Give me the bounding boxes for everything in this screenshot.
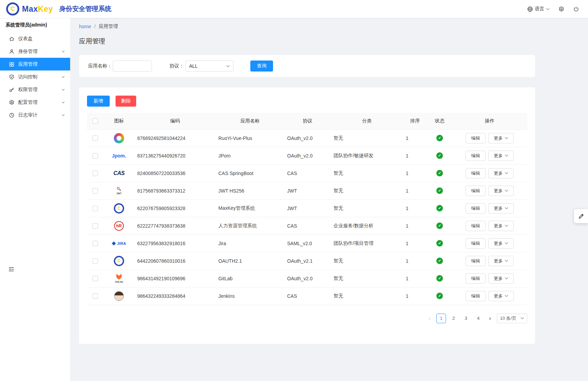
page-size-select[interactable]: 10 条/页 — [497, 314, 527, 323]
app-header: C MaxKey 身份安全管理系统 语言 — [0, 0, 588, 18]
app-protocol: CAS — [284, 287, 331, 305]
app-name: Jenkins — [216, 287, 284, 305]
chevron-down-icon — [61, 75, 65, 79]
protocol-select[interactable]: ALL — [185, 61, 233, 72]
pagination-prev-icon[interactable]: ‹ — [426, 314, 433, 323]
row-checkbox[interactable] — [92, 153, 98, 159]
sidebar-item-apps[interactable]: 应用管理 — [0, 58, 70, 70]
pagination-page-3[interactable]: 3 — [461, 314, 471, 323]
pen-icon — [578, 213, 584, 219]
chevron-down-icon — [61, 100, 65, 105]
more-button[interactable]: 更多 — [488, 256, 514, 266]
status-enabled-icon: ✓ — [436, 135, 443, 141]
app-name-input[interactable] — [113, 61, 152, 72]
row-checkbox[interactable] — [92, 171, 98, 176]
maxkey-logo: C — [114, 256, 124, 266]
access-icon — [9, 74, 14, 80]
app-code: 622076759805923328 — [134, 199, 216, 217]
more-button[interactable]: 更多 — [488, 203, 514, 214]
sidebar-item-config[interactable]: 配置管理 — [0, 96, 70, 109]
app-sort: 1 — [403, 199, 427, 217]
settings-gear-icon[interactable] — [558, 6, 564, 12]
row-checkbox[interactable] — [92, 206, 98, 211]
delete-button[interactable]: 删除 — [116, 96, 136, 107]
app-sort: 1 — [403, 270, 427, 287]
app-protocol: CAS — [284, 164, 331, 182]
app-protocol: OAuth_v2.1 — [284, 252, 331, 270]
theme-settings-button[interactable] — [574, 209, 588, 223]
col-header-actions: 操作 — [452, 113, 527, 129]
select-all-checkbox[interactable] — [92, 118, 98, 124]
logout-power-icon[interactable] — [573, 6, 579, 12]
pagination-next-icon[interactable]: › — [487, 314, 493, 323]
edit-button[interactable]: 编辑 — [466, 203, 486, 214]
row-checkbox[interactable] — [92, 258, 98, 264]
row-checkbox[interactable] — [92, 223, 98, 229]
jenkins-logo — [114, 291, 124, 301]
row-checkbox[interactable] — [92, 276, 98, 281]
status-enabled-icon: ✓ — [436, 293, 443, 299]
more-button[interactable]: 更多 — [488, 273, 514, 284]
more-button[interactable]: 更多 — [488, 291, 514, 301]
status-enabled-icon: ✓ — [436, 152, 443, 159]
app-name: MaxKey管理系统 — [216, 199, 284, 217]
table-toolbar: 新增 删除 — [87, 96, 527, 107]
more-button[interactable]: 更多 — [488, 151, 514, 161]
sidebar-item-permission[interactable]: 权限管理 — [0, 83, 70, 96]
pagination-page-2[interactable]: 2 — [449, 314, 458, 323]
filter-panel: 应用名称： 协议： ALL 查询 — [79, 55, 535, 77]
identity-icon — [9, 49, 14, 54]
chevron-down-icon — [505, 277, 508, 280]
pagination-page-1[interactable]: 1 — [436, 314, 446, 323]
sidebar-item-identity[interactable]: 身份管理 — [0, 45, 70, 58]
more-button[interactable]: 更多 — [488, 168, 514, 178]
page-title: 应用管理 — [79, 37, 535, 46]
more-button[interactable]: 更多 — [488, 221, 514, 231]
chevron-down-icon — [505, 137, 508, 139]
status-enabled-icon: ✓ — [436, 170, 443, 176]
edit-button[interactable]: 编辑 — [466, 238, 486, 249]
permission-icon — [9, 87, 14, 92]
app-sort: 1 — [403, 129, 427, 147]
add-button[interactable]: 新增 — [87, 96, 110, 107]
hr-logo: hR — [114, 221, 124, 231]
app-category: 暂无 — [331, 252, 403, 270]
row-checkbox[interactable] — [92, 241, 98, 246]
sidebar-collapse-icon[interactable] — [8, 266, 14, 272]
chevron-down-icon — [505, 172, 508, 174]
status-enabled-icon: ✓ — [436, 187, 443, 194]
app-category: 企业服务/数据分析 — [331, 217, 403, 235]
app-name: OAUTH2.1 — [216, 252, 284, 270]
edit-button[interactable]: 编辑 — [466, 151, 486, 161]
app-sort: 1 — [403, 217, 427, 235]
row-checkbox[interactable] — [92, 135, 98, 141]
breadcrumb-home-link[interactable]: home — [79, 24, 91, 29]
edit-button[interactable]: 编辑 — [466, 221, 486, 231]
table-row: hR622227747938373638人力资源管理系统CAS企业服务/数据分析… — [87, 217, 527, 235]
app-protocol: JWT — [284, 199, 331, 217]
edit-button[interactable]: 编辑 — [466, 273, 486, 284]
app-code: 986432249333284864 — [134, 287, 216, 305]
row-checkbox[interactable] — [92, 293, 98, 299]
edit-button[interactable]: 编辑 — [466, 291, 486, 301]
table-row: GitLab986431492190109696GitLabOAuth_v2.0… — [87, 270, 527, 287]
gitlab-logo: GitLab — [115, 273, 123, 283]
language-switcher[interactable]: 语言 — [527, 6, 549, 12]
row-checkbox[interactable] — [92, 188, 98, 194]
breadcrumb-separator: / — [94, 24, 96, 29]
sidebar-item-access[interactable]: 访问控制 — [0, 70, 70, 83]
more-button[interactable]: 更多 — [488, 238, 514, 249]
search-button[interactable]: 查询 — [250, 61, 273, 72]
edit-button[interactable]: 编辑 — [466, 256, 486, 266]
pagination: ‹ 1234 › 10 条/页 — [87, 314, 527, 323]
more-button[interactable]: 更多 — [488, 186, 514, 196]
current-user: 系统管理员(admin) — [0, 18, 70, 32]
pagination-page-4[interactable]: 4 — [473, 314, 483, 323]
edit-button[interactable]: 编辑 — [466, 186, 486, 196]
sidebar-item-audit[interactable]: 日志审计 — [0, 109, 70, 121]
apps-table: 图标 编码 应用名称 协议 分类 排序 状态 操作 87689249258104… — [87, 113, 527, 305]
more-button[interactable]: 更多 — [488, 133, 514, 143]
edit-button[interactable]: 编辑 — [466, 168, 486, 178]
edit-button[interactable]: 编辑 — [466, 133, 486, 143]
sidebar-item-dashboard[interactable]: 仪表盘 — [0, 32, 70, 45]
